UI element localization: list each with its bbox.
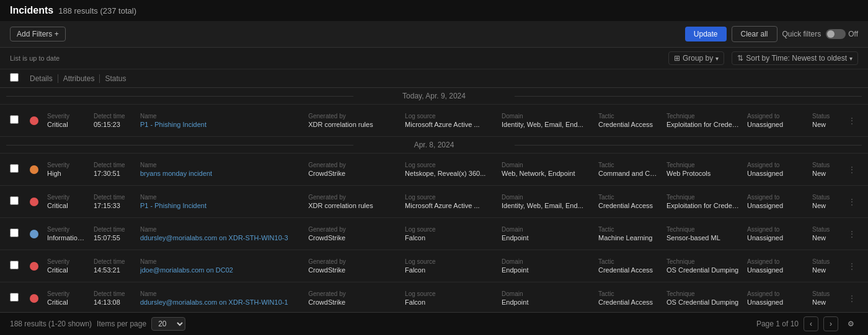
status-label: Status	[812, 194, 842, 201]
technique-cell: Technique OS Credential Dumping	[663, 290, 743, 306]
row-menu-button[interactable]: ⋮	[846, 197, 858, 207]
name-value: P1 - Phishing Incident	[140, 121, 301, 128]
log-source-value: Microsoft Azure Active ...	[405, 121, 494, 128]
log-source-label: Log source	[405, 113, 494, 120]
row-menu-button[interactable]: ⋮	[846, 116, 858, 126]
toggle-off-label: Off	[848, 30, 858, 38]
row-checkbox[interactable]	[10, 196, 19, 205]
generated-by-value: CrowdStrike	[308, 298, 397, 306]
generated-by-label: Generated by	[308, 258, 397, 265]
table-row[interactable]: Severity Critical Detect time 14:13:08 N…	[0, 282, 868, 315]
domain-label: Domain	[502, 194, 591, 201]
assigned-to-cell: Assigned to Unassigned	[743, 194, 808, 209]
row-menu-button[interactable]: ⋮	[846, 294, 858, 303]
table-row[interactable]: Severity Critical Detect time 14:53:21 N…	[0, 250, 868, 282]
name-cell[interactable]: Name ddursley@morialabs.com on XDR-STH-W…	[136, 226, 304, 241]
status-label: Status	[812, 290, 842, 297]
name-value: P1 - Phishing Incident	[140, 202, 301, 209]
name-value: bryans monday incident	[140, 170, 301, 177]
items-per-page-select[interactable]: 20 50 100	[151, 317, 185, 331]
row-checkbox[interactable]	[10, 164, 19, 173]
row-menu-button[interactable]: ⋮	[846, 165, 858, 175]
detect-time-label: Detect time	[94, 290, 133, 297]
detect-time-label: Detect time	[94, 113, 133, 120]
add-filters-button[interactable]: Add Filters +	[10, 27, 66, 41]
row-checkbox[interactable]	[10, 228, 19, 237]
domain-cell: Domain Endpoint	[498, 258, 595, 274]
date-separator: Apr. 8, 2024	[0, 137, 868, 154]
technique-label: Technique	[666, 113, 740, 120]
status-value: New	[812, 234, 842, 241]
assigned-to-value: Unassigned	[747, 298, 805, 306]
tactic-cell: Tactic Credential Access	[595, 194, 663, 209]
domain-value: Endpoint	[502, 266, 591, 274]
detect-time-label: Detect time	[94, 162, 133, 168]
technique-cell: Technique Web Protocols	[663, 162, 743, 177]
technique-value: OS Credential Dumping	[666, 298, 740, 306]
severity-value: Informational	[47, 234, 86, 241]
severity-label: Severity	[47, 226, 86, 233]
severity-dot	[30, 262, 38, 271]
detect-time-cell: Detect time 14:53:21	[90, 258, 136, 274]
date-separator: Today, Apr. 9, 2024	[0, 88, 868, 105]
generated-by-value: XDR correlation rules	[308, 121, 397, 128]
severity-dot	[30, 116, 38, 125]
detect-time-value: 17:15:33	[94, 202, 133, 209]
table-row[interactable]: Severity High Detect time 17:30:51 Name …	[0, 154, 868, 186]
tactic-value: Machine Learning	[598, 234, 659, 241]
generated-by-label: Generated by	[308, 194, 397, 201]
row-checkbox[interactable]	[10, 261, 19, 269]
row-menu-button[interactable]: ⋮	[846, 229, 858, 239]
assigned-to-cell: Assigned to Unassigned	[743, 113, 808, 128]
technique-cell: Technique Sensor-based ML	[663, 226, 743, 241]
name-cell[interactable]: Name bryans monday incident	[136, 162, 304, 177]
detect-time-value: 14:13:08	[94, 298, 133, 306]
name-cell[interactable]: Name ddursley@morialabs.com on XDR-STH-W…	[136, 290, 304, 306]
table-row[interactable]: Severity Informational Detect time 15:07…	[0, 218, 868, 250]
next-page-button[interactable]: ›	[823, 316, 838, 331]
prev-page-button[interactable]: ‹	[804, 316, 818, 331]
assigned-to-label: Assigned to	[747, 162, 805, 168]
group-icon: ⊞	[674, 54, 680, 63]
domain-cell: Domain Identity, Web, Email, End...	[498, 194, 595, 209]
detect-time-cell: Detect time 17:30:51	[90, 162, 136, 177]
page-settings-icon[interactable]: ⚙	[843, 316, 858, 331]
severity-cell: Severity Critical	[43, 113, 90, 128]
chevron-down-icon: ▾	[715, 55, 719, 62]
name-cell[interactable]: Name jdoe@morialabs.com on DC02	[136, 258, 304, 274]
technique-cell: Technique Exploitation for Credent...	[663, 194, 743, 209]
table-row[interactable]: Severity Critical Detect time 17:15:33 N…	[0, 186, 868, 218]
footer-result-label: 188 results (1-20 shown)	[10, 320, 92, 328]
top-bar: Incidents 188 results (237 total)	[0, 0, 868, 21]
name-cell[interactable]: Name P1 - Phishing Incident	[136, 113, 304, 128]
status-label: Status	[812, 113, 842, 120]
quick-filters-toggle[interactable]: Off	[826, 29, 858, 39]
generated-by-value: CrowdStrike	[308, 234, 397, 241]
name-cell[interactable]: Name P1 - Phishing Incident	[136, 194, 304, 209]
update-button[interactable]: Update	[685, 27, 727, 41]
table-row[interactable]: Severity Critical Detect time 05:15:23 N…	[0, 105, 868, 137]
group-by-button[interactable]: ⊞ Group by ▾	[668, 51, 724, 65]
select-all-checkbox[interactable]	[10, 73, 19, 82]
name-label: Name	[140, 113, 301, 120]
name-value: jdoe@morialabs.com on DC02	[140, 266, 301, 274]
severity-value: Critical	[47, 298, 86, 306]
tactic-cell: Tactic Machine Learning	[595, 226, 663, 241]
clear-all-button[interactable]: Clear all	[732, 26, 777, 42]
row-checkbox[interactable]	[10, 293, 19, 302]
severity-dot	[30, 165, 38, 174]
detect-time-cell: Detect time 14:13:08	[90, 290, 136, 306]
toggle-track[interactable]	[826, 29, 846, 39]
row-menu-button[interactable]: ⋮	[846, 261, 858, 271]
generated-by-cell: Generated by CrowdStrike	[304, 162, 401, 177]
severity-value: High	[47, 170, 86, 177]
tactic-label: Tactic	[598, 290, 659, 297]
detect-time-cell: Detect time 05:15:23	[90, 113, 136, 128]
sort-by-button[interactable]: ⇅ Sort by Time: Newest to oldest ▾	[732, 51, 858, 65]
row-checkbox[interactable]	[10, 115, 19, 124]
severity-value: Critical	[47, 266, 86, 274]
status-value: New	[812, 170, 842, 177]
generated-by-label: Generated by	[308, 113, 397, 120]
severity-label: Severity	[47, 194, 86, 201]
technique-label: Technique	[666, 194, 740, 201]
